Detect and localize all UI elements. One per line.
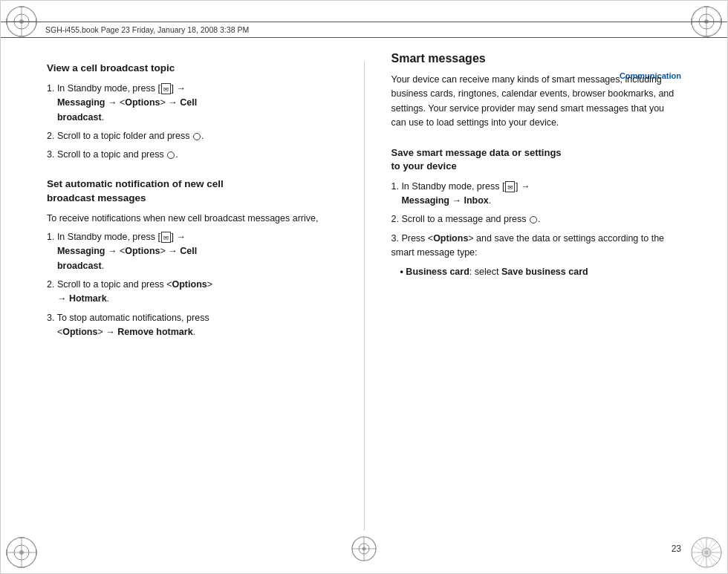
section1-title: View a cell broadcast topic	[47, 62, 337, 76]
step1-1: 1. In Standby mode, press [✉] → Messagin…	[47, 82, 337, 125]
svg-point-38	[705, 551, 709, 555]
step2-2: 2. Scroll to a topic and press <Options>…	[47, 278, 337, 307]
header-bar: SGH-i455.book Page 23 Friday, January 18…	[1, 22, 727, 38]
left-column: View a cell broadcast topic 1. In Standb…	[47, 44, 337, 530]
section2-intro: To receive notifications when new cell b…	[47, 212, 337, 226]
bottom-center-decoration	[349, 534, 379, 566]
bullet-business-card: Business card: select Save business card	[391, 265, 682, 279]
right-column: Smart messages Your device can receive m…	[391, 44, 682, 530]
msg-icon: ✉	[161, 83, 171, 94]
step2-3: 3. To stop automatic notifications, pres…	[47, 311, 337, 340]
section2-title: Set automatic notification of new cellbr…	[47, 177, 337, 206]
step3-2: 2. Scroll to a message and press .	[391, 212, 682, 226]
circle-button	[193, 133, 201, 140]
step2-1: 1. In Standby mode, press [✉] → Messagin…	[47, 230, 337, 273]
step3-1: 1. In Standby mode, press [✉] → Messagin…	[391, 180, 682, 209]
step1-3: 3. Scroll to a topic and press .	[47, 148, 337, 162]
msg-icon-3: ✉	[505, 181, 515, 192]
section4-title: Save smart message data or settingsto yo…	[391, 146, 682, 173]
content-area: View a cell broadcast topic 1. In Standb…	[47, 44, 681, 530]
msg-icon-2: ✉	[161, 232, 171, 243]
page-number: 23	[672, 544, 681, 554]
step3-3: 3. Press <Options> and save the data or …	[391, 232, 682, 261]
corner-decoration-bl	[4, 535, 39, 570]
circle-button-2	[167, 151, 175, 159]
section3-title: Smart messages	[391, 51, 682, 67]
page: SGH-i455.book Page 23 Friday, January 18…	[0, 0, 728, 574]
circle-button-3	[530, 216, 537, 224]
corner-decoration-br	[689, 535, 724, 570]
section3-body: Your device can receive many kinds of sm…	[391, 73, 682, 131]
step1-2: 2. Scroll to a topic folder and press .	[47, 129, 337, 143]
header-text: SGH-i455.book Page 23 Friday, January 18…	[45, 25, 249, 34]
column-divider	[364, 62, 365, 530]
